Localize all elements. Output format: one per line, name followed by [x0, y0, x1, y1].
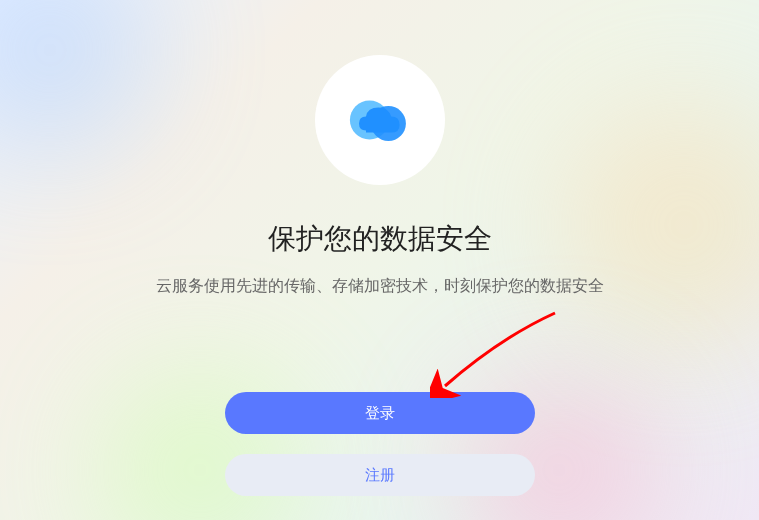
register-button[interactable]: 注册 — [225, 454, 535, 496]
page-subtitle: 云服务使用先进的传输、存储加密技术，时刻保护您的数据安全 — [156, 276, 604, 297]
cloud-icon — [345, 85, 415, 155]
login-button[interactable]: 登录 — [225, 392, 535, 434]
logo-circle — [315, 55, 445, 185]
page-title: 保护您的数据安全 — [268, 220, 492, 258]
main-container: 保护您的数据安全 云服务使用先进的传输、存储加密技术，时刻保护您的数据安全 登录… — [0, 0, 759, 520]
